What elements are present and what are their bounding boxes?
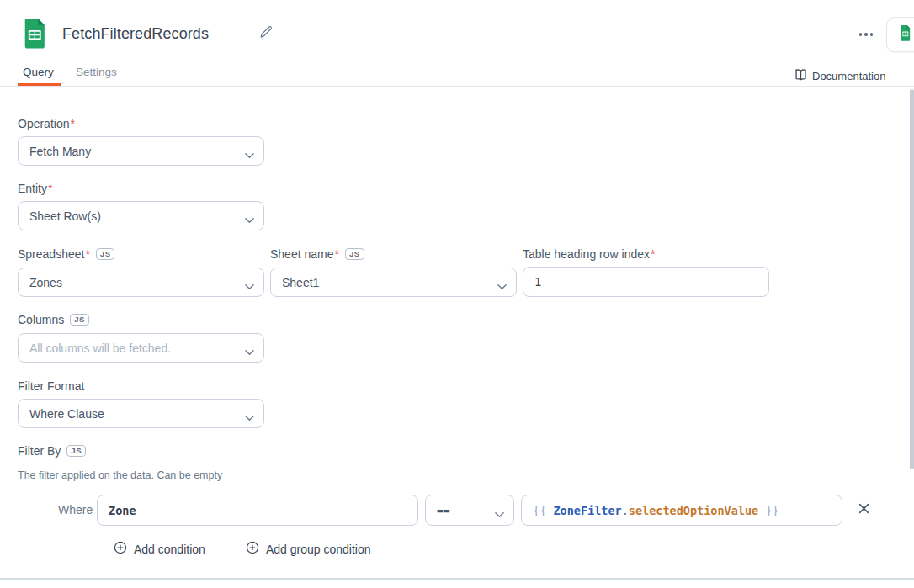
js-toggle[interactable]: JS [96, 248, 115, 260]
chevron-down-icon [245, 345, 254, 358]
where-label: Where [58, 503, 93, 516]
required-mark: * [335, 247, 339, 261]
table-heading-row-index-label: Table heading row index* [523, 247, 655, 261]
columns-label: Columns JS [18, 313, 89, 326]
datasource-button[interactable] [886, 17, 914, 52]
sheet-name-value: Sheet1 [282, 276, 319, 289]
add-group-condition-button[interactable]: Add group condition [246, 541, 371, 557]
google-sheets-icon [19, 18, 50, 52]
add-group-condition-label: Add group condition [266, 543, 371, 556]
book-icon [794, 68, 807, 83]
sheet-name-label: Sheet name* JS [270, 247, 364, 261]
required-mark: * [48, 182, 52, 195]
binding-property: selectedOptionValue [629, 504, 758, 517]
condition-operator-select[interactable]: == [425, 495, 514, 526]
documentation-label: Documentation [812, 70, 885, 82]
vertical-scrollbar[interactable] [910, 89, 914, 469]
binding-dot: . [622, 504, 629, 517]
chevron-down-icon [245, 213, 254, 226]
chevron-down-icon [497, 279, 507, 293]
binding-brace: }} [758, 504, 778, 517]
chevron-down-icon [495, 508, 504, 521]
more-options-button[interactable] [855, 28, 877, 41]
filter-format-select[interactable]: Where Clause [18, 399, 264, 428]
spreadsheet-value: Zones [29, 276, 62, 289]
ellipsis-icon [864, 33, 868, 36]
filter-by-helper-text: The filter applied on the data. Can be e… [18, 469, 222, 481]
condition-value-input[interactable]: {{ ZoneFilter.selectedOptionValue }} [521, 495, 842, 526]
entity-value: Sheet Row(s) [29, 209, 101, 223]
chevron-down-icon [245, 148, 254, 162]
required-mark: * [85, 247, 89, 261]
columns-placeholder: All columns will be fetched. [29, 342, 171, 355]
js-toggle[interactable]: JS [345, 248, 364, 260]
chevron-down-icon [245, 279, 254, 293]
pencil-icon [259, 25, 273, 41]
pane-bottom-divider [0, 578, 914, 580]
tabs-divider [0, 86, 914, 87]
binding-object: ZoneFilter [553, 504, 621, 517]
plus-circle-icon [246, 541, 259, 557]
filter-format-label: Filter Format [18, 379, 84, 393]
js-toggle[interactable]: JS [70, 314, 89, 326]
operation-value: Fetch Many [29, 145, 91, 158]
columns-select[interactable]: All columns will be fetched. [18, 333, 264, 363]
ellipsis-icon [870, 33, 874, 36]
required-mark: * [651, 247, 655, 261]
entity-label: Entity* [18, 182, 52, 195]
table-heading-row-index-input[interactable] [523, 267, 769, 297]
js-toggle[interactable]: JS [66, 445, 86, 457]
filter-format-value: Where Clause [29, 407, 104, 421]
binding-brace: {{ [533, 504, 553, 517]
spreadsheet-select[interactable]: Zones [18, 268, 264, 297]
remove-condition-button[interactable] [855, 501, 872, 518]
google-sheets-icon [898, 24, 912, 45]
rename-query-button[interactable] [258, 24, 274, 41]
sheet-name-select[interactable]: Sheet1 [270, 268, 517, 297]
ellipsis-icon [859, 33, 863, 36]
tab-settings[interactable]: Settings [76, 66, 117, 78]
add-condition-button[interactable]: Add condition [114, 541, 205, 557]
tab-query[interactable]: Query [23, 66, 54, 78]
chevron-down-icon [245, 411, 254, 424]
required-mark: * [70, 117, 74, 130]
condition-key-input[interactable] [97, 495, 418, 526]
operation-select[interactable]: Fetch Many [18, 136, 264, 166]
query-editor-pane: FetchFilteredRecords Query Settings [0, 0, 914, 588]
add-condition-label: Add condition [134, 543, 205, 556]
condition-operator-value: == [437, 504, 450, 516]
documentation-link[interactable]: Documentation [794, 68, 885, 83]
close-icon [858, 503, 869, 516]
page-title: FetchFilteredRecords [62, 25, 209, 43]
operation-label: Operation* [18, 117, 75, 130]
spreadsheet-label: Spreadsheet* JS [18, 247, 114, 261]
plus-circle-icon [114, 541, 127, 557]
filter-by-label: Filter By JS [18, 444, 86, 458]
entity-select[interactable]: Sheet Row(s) [18, 201, 264, 230]
